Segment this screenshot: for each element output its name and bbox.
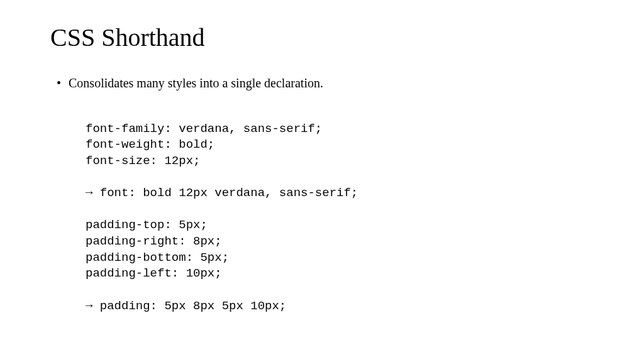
code-line: font-size: 12px; — [86, 154, 200, 168]
code-line: font-family: verdana, sans-serif; — [86, 122, 322, 136]
code-line: padding-left: 10px; — [86, 266, 222, 280]
code-line-arrow: → padding: 5px 8px 5px 10px; — [86, 299, 286, 313]
page-title: CSS Shorthand — [50, 23, 594, 52]
bullet-text: Consolidates many styles into a single d… — [69, 75, 323, 91]
code-line: font-weight: bold; — [86, 138, 214, 151]
code-block: font-family: verdana, sans-serif; font-w… — [50, 105, 594, 314]
bullet-item: • Consolidates many styles into a single… — [50, 75, 594, 91]
code-line-arrow: → font: bold 12px verdana, sans-serif; — [86, 186, 358, 200]
code-line: padding-top: 5px; — [86, 218, 208, 232]
code-line: padding-right: 8px; — [86, 234, 222, 248]
code-line: padding-bottom: 5px; — [86, 251, 229, 265]
bullet-marker: • — [57, 75, 61, 91]
